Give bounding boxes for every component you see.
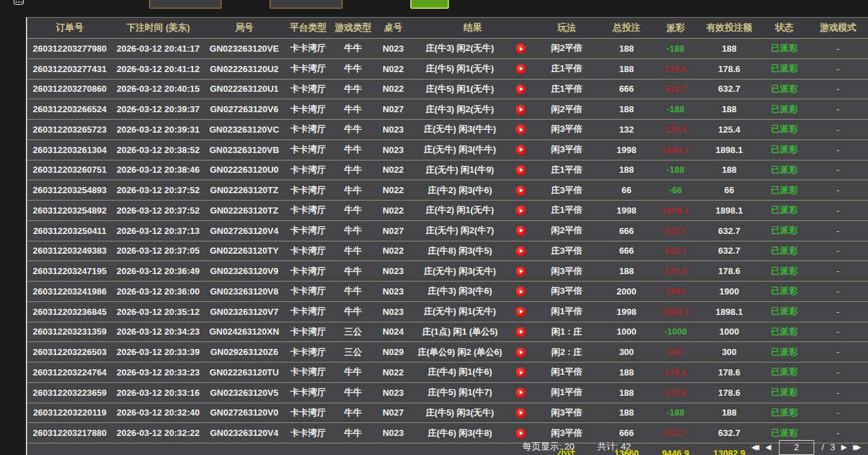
cell-round-id: GN022263120TZ	[204, 180, 284, 201]
cell-status: 已派彩	[761, 322, 808, 342]
cell-valid-bet: 125.4	[698, 120, 761, 140]
cell-round-id: GN023263120VE	[204, 39, 284, 59]
cell-table-no: N023	[374, 139, 412, 160]
cell-payout: -66	[653, 180, 698, 201]
replay-play-icon[interactable]	[516, 246, 526, 256]
topbar	[0, 0, 868, 16]
cell-total-bet: 2000	[600, 282, 653, 302]
cell-bet-time: 2026-03-12 20:33:16	[112, 382, 204, 403]
cell-order-id: 260312203236845	[27, 301, 112, 322]
cell-play: 闲2 : 庄	[533, 342, 600, 363]
cell-replay	[507, 220, 533, 241]
cell-game-mode: -	[808, 382, 868, 403]
first-page-icon[interactable]: ◀◀	[751, 439, 759, 455]
cell-replay	[507, 261, 533, 282]
total-count-label: 共计: 42	[597, 441, 631, 453]
cell-status: 已派彩	[761, 382, 808, 403]
replay-play-icon[interactable]	[516, 286, 526, 297]
table-row: 260312203254892 2026-03-12 20:37:52 GN02…	[27, 201, 868, 221]
cell-total-bet: 1998	[600, 201, 653, 221]
header-result: 结果	[412, 18, 533, 39]
cell-table-no: N022	[374, 79, 412, 99]
cell-payout: 632.7	[653, 220, 698, 241]
cell-replay	[507, 180, 533, 201]
replay-play-icon[interactable]	[516, 64, 526, 74]
cell-game-mode: -	[808, 342, 868, 363]
table-row: 260312203241986 2026-03-12 20:36:00 GN02…	[27, 282, 868, 302]
cell-game-mode: -	[808, 201, 868, 221]
prev-page-icon[interactable]: ◀	[765, 439, 771, 455]
more-options-icon[interactable]	[14, 0, 24, 5]
cell-game-mode: -	[808, 363, 868, 383]
cell-status: 已派彩	[761, 201, 808, 221]
cell-payout: 1898.1	[653, 201, 698, 221]
cell-game-mode: -	[808, 180, 868, 201]
cell-valid-bet: 188	[698, 99, 761, 120]
cell-order-id: 260312203254892	[27, 201, 112, 221]
date-range-input-1[interactable]	[149, 0, 222, 9]
cell-order-id: 260312203224764	[27, 363, 112, 383]
replay-play-icon[interactable]	[516, 348, 526, 358]
replay-play-icon[interactable]	[516, 428, 526, 439]
replay-play-icon[interactable]	[516, 165, 526, 175]
replay-play-icon[interactable]	[516, 84, 526, 95]
date-range-input-2[interactable]	[269, 0, 343, 9]
cell-valid-bet: 178.6	[698, 382, 761, 403]
cell-game-mode: -	[808, 160, 868, 180]
replay-play-icon[interactable]	[516, 44, 526, 54]
replay-play-icon[interactable]	[516, 145, 526, 155]
cell-bet-time: 2026-03-12 20:41:17	[112, 39, 204, 59]
replay-play-icon[interactable]	[516, 327, 526, 337]
replay-play-icon[interactable]	[516, 105, 526, 115]
cell-table-no: N023	[374, 282, 412, 302]
cell-valid-bet: 66	[698, 180, 761, 201]
cell-payout: 632.7	[653, 241, 698, 261]
cell-round-id: GN027263120V6	[204, 99, 284, 120]
cell-order-id: 260312203277980	[27, 39, 112, 59]
page-number-input[interactable]	[779, 440, 814, 455]
replay-play-icon[interactable]	[516, 367, 526, 377]
replay-play-icon[interactable]	[516, 205, 526, 216]
replay-play-icon[interactable]	[516, 226, 526, 236]
pager-controls: ◀◀ ◀ / 3 ▶ ▶▶	[751, 439, 861, 455]
cell-order-id: 260312203254893	[27, 180, 112, 201]
replay-play-icon[interactable]	[516, 388, 526, 398]
replay-play-icon[interactable]	[516, 186, 526, 196]
replay-play-icon[interactable]	[516, 124, 526, 135]
table-row: 260312203223659 2026-03-12 20:33:16 GN02…	[27, 382, 868, 403]
cell-bet-time: 2026-03-12 20:39:37	[112, 99, 204, 120]
cell-payout: 1898.1	[653, 139, 698, 160]
table-header: 订单号 下注时间 (美东) 局号 平台类型 游戏类型 桌号 结果 玩法 总投注 …	[27, 18, 868, 39]
replay-play-icon[interactable]	[516, 267, 526, 277]
replay-play-icon[interactable]	[516, 307, 526, 317]
last-page-icon[interactable]: ▶▶	[853, 439, 861, 455]
cell-round-id: GN022263120U0	[204, 160, 284, 180]
cell-bet-time: 2026-03-12 20:32:40	[112, 403, 204, 423]
cell-table-no: N023	[374, 301, 412, 322]
cell-game-mode: -	[808, 241, 868, 261]
total-pages: 3	[830, 442, 835, 452]
cell-status: 已派彩	[761, 120, 808, 140]
cell-play: 庄1平倍	[533, 201, 600, 221]
cell-play: 闲3平倍	[533, 403, 600, 423]
cell-play: 庄3平倍	[533, 180, 600, 201]
next-page-icon[interactable]: ▶	[841, 439, 847, 455]
cell-result: 庄(牛5) 闲3(无牛)	[412, 403, 507, 423]
cell-play: 庄1平倍	[533, 79, 600, 99]
cell-game-mode: -	[808, 403, 868, 423]
cell-bet-time: 2026-03-12 20:35:12	[112, 301, 204, 322]
cell-platform: 卡卡湾厅	[284, 79, 332, 99]
cell-payout: 178.6	[653, 261, 698, 282]
table-row: 260312203247195 2026-03-12 20:36:49 GN02…	[27, 261, 868, 282]
cell-round-id: GN023263120V8	[204, 282, 284, 302]
cell-result: 庄(牛3) 闲2(无牛)	[412, 39, 507, 59]
replay-play-icon[interactable]	[516, 408, 526, 418]
cell-order-id: 260312203260751	[27, 160, 112, 180]
cell-table-no: N024	[374, 322, 412, 342]
search-button[interactable]	[410, 0, 449, 9]
cell-result: 庄(1点) 闲1 (单公5)	[412, 322, 507, 342]
cell-order-id: 260312203223659	[27, 382, 112, 403]
table-row: 260312203260751 2026-03-12 20:38:46 GN02…	[27, 160, 868, 180]
cell-table-no: N023	[374, 39, 412, 59]
cell-round-id: GN022263120U1	[204, 79, 284, 99]
